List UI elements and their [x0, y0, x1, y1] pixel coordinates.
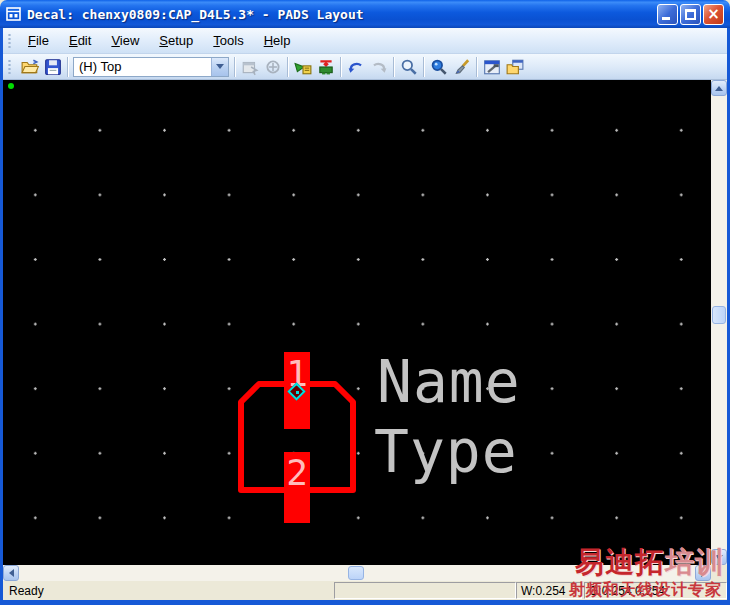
status-message: Ready: [9, 584, 44, 598]
title-bar[interactable]: Decal: chenxy0809:CAP_D4L5.3* - PADS Lay…: [0, 0, 730, 28]
layer-selector-dropdown-button[interactable]: [211, 58, 228, 76]
open-folder-icon: [21, 58, 39, 76]
tool-window-icon: [483, 58, 501, 76]
zoom-magnifier-icon: [400, 58, 418, 76]
library-button[interactable]: [503, 56, 526, 78]
maximize-icon: [685, 9, 696, 20]
properties-icon: [241, 58, 259, 76]
menu-tools[interactable]: Tools: [203, 30, 253, 51]
design-toolbar-button[interactable]: [314, 56, 337, 78]
properties-button-disabled[interactable]: [238, 56, 261, 78]
scrollbar-corner: [711, 565, 727, 581]
layer-selector-value: (H) Top: [74, 58, 211, 76]
origin-marker-dot: [296, 391, 299, 394]
scroll-right-button[interactable]: [695, 565, 711, 581]
board-overview-button[interactable]: [427, 56, 450, 78]
minimize-button[interactable]: [657, 4, 678, 25]
board-zoom-icon: [430, 58, 448, 76]
toolbar-separator: [287, 57, 288, 77]
status-grid-field: G:0.254 0.254: [584, 582, 727, 599]
pads-layout-window: Decal: chenxy0809:CAP_D4L5.3* - PADS Lay…: [0, 0, 730, 605]
close-button[interactable]: ×: [703, 4, 724, 25]
toolbar-separator: [393, 57, 394, 77]
toolbar-separator: [340, 57, 341, 77]
vertical-scrollbar[interactable]: [711, 80, 727, 565]
menu-file[interactable]: File: [18, 30, 59, 51]
arrow-up-icon: [715, 86, 723, 91]
type-label[interactable]: Type: [374, 422, 518, 482]
redo-icon: [370, 58, 388, 76]
window-border-bottom: [0, 600, 730, 605]
close-icon: ×: [704, 5, 723, 24]
toolbar-grip[interactable]: [8, 59, 11, 75]
chevron-down-icon: [216, 64, 224, 69]
decal-outline[interactable]: [3, 80, 711, 565]
verify-icon: [264, 58, 282, 76]
undo-icon: [347, 58, 365, 76]
status-bar: Ready W:0.254 G:0.254 0.254: [3, 581, 727, 600]
menu-help[interactable]: Help: [254, 30, 301, 51]
arrow-down-icon: [715, 555, 723, 560]
drafting-toolbar-button[interactable]: [291, 56, 314, 78]
maximize-button[interactable]: [680, 4, 701, 25]
toolbar-separator: [423, 57, 424, 77]
horizontal-scroll-thumb[interactable]: [348, 566, 364, 580]
design-toolbar-icon: [317, 58, 335, 76]
redraw-button[interactable]: [450, 56, 473, 78]
paintbrush-icon: [453, 58, 471, 76]
scroll-up-button[interactable]: [711, 80, 727, 96]
zoom-button[interactable]: [397, 56, 420, 78]
menubar-grip[interactable]: [8, 33, 11, 49]
arrow-left-icon: [9, 569, 14, 577]
save-button[interactable]: [41, 56, 64, 78]
pour-manager-button[interactable]: [480, 56, 503, 78]
menu-setup[interactable]: Setup: [149, 30, 203, 51]
library-folder-icon: [506, 58, 524, 76]
layer-selector[interactable]: (H) Top: [73, 57, 229, 77]
menu-view[interactable]: View: [101, 30, 149, 51]
arrow-right-icon: [701, 569, 706, 577]
save-floppy-icon: [44, 58, 62, 76]
toolbar: (H) Top: [3, 54, 727, 80]
redo-button-disabled[interactable]: [367, 56, 390, 78]
undo-button[interactable]: [344, 56, 367, 78]
drafting-toolbar-icon: [294, 58, 312, 76]
menu-edit[interactable]: Edit: [59, 30, 101, 51]
design-canvas[interactable]: 1 2 Name Type: [3, 80, 711, 565]
toolbar-separator: [476, 57, 477, 77]
window-title: Decal: chenxy0809:CAP_D4L5.3* - PADS Lay…: [27, 7, 657, 22]
pad-2-number: 2: [284, 455, 310, 491]
open-file-button[interactable]: [18, 56, 41, 78]
toolbar-separator: [234, 57, 235, 77]
horizontal-scrollbar[interactable]: [3, 565, 711, 581]
minimize-icon: [662, 17, 670, 20]
verify-button-disabled[interactable]: [261, 56, 284, 78]
name-label[interactable]: Name: [377, 352, 521, 412]
menu-bar: File Edit View Setup Tools Help: [3, 28, 727, 54]
vertical-scroll-thumb[interactable]: [712, 306, 726, 324]
status-panel-empty: [334, 582, 516, 599]
app-icon: [6, 6, 22, 22]
toolbar-separator: [67, 57, 68, 77]
scroll-down-button[interactable]: [711, 549, 727, 565]
scroll-left-button[interactable]: [3, 565, 19, 581]
status-width-field: W:0.254: [516, 582, 582, 599]
